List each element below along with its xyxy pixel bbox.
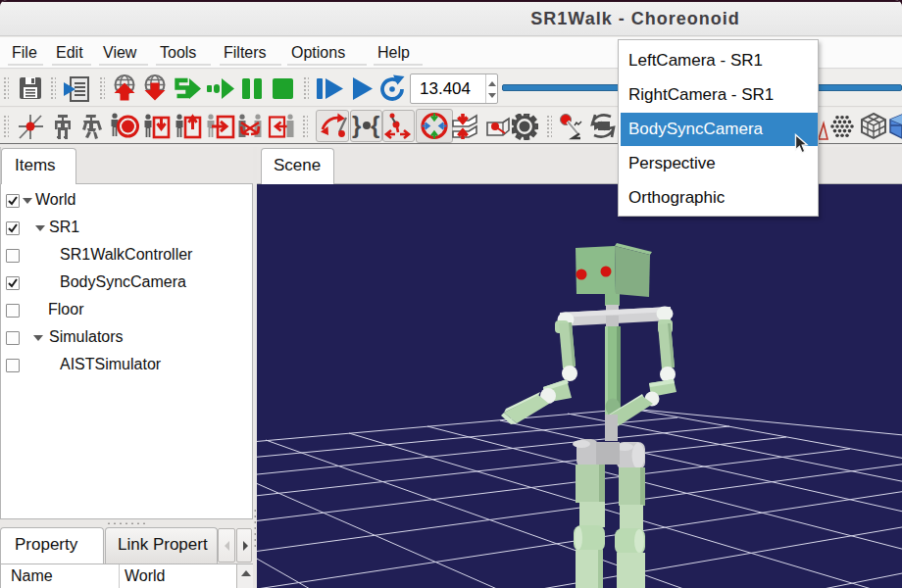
svg-text:{: { — [371, 112, 379, 138]
svg-text:}: } — [352, 112, 361, 138]
